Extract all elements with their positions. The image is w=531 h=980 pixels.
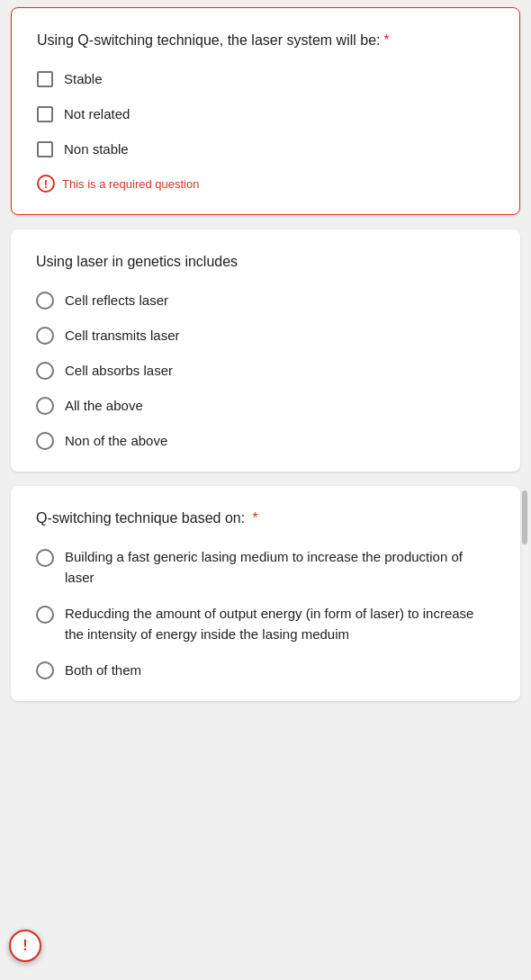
option-building-fast[interactable]: Building a fast generic lasing medium to… bbox=[36, 547, 495, 588]
option-label-both: Both of them bbox=[65, 661, 141, 679]
card-q-switching-stable: Using Q-switching technique, the laser s… bbox=[11, 7, 520, 215]
option-label-cell-reflects: Cell reflects laser bbox=[65, 291, 168, 310]
option-both[interactable]: Both of them bbox=[36, 661, 495, 679]
radio-cell-absorbs[interactable] bbox=[36, 362, 54, 380]
option-cell-absorbs[interactable]: Cell absorbs laser bbox=[36, 361, 495, 380]
option-non-above[interactable]: Non of the above bbox=[36, 431, 495, 450]
error-text-1: This is a required question bbox=[62, 177, 199, 191]
question-title-2: Using laser in genetics includes bbox=[36, 251, 495, 273]
question-title-1: Using Q-switching technique, the laser s… bbox=[37, 30, 494, 51]
radio-cell-transmits[interactable] bbox=[36, 327, 54, 345]
option-label-non-stable: Non stable bbox=[64, 139, 129, 158]
question-text-1: Using Q-switching technique, the laser s… bbox=[37, 32, 381, 48]
checkbox-non-stable[interactable] bbox=[37, 141, 53, 157]
radio-cell-reflects[interactable] bbox=[36, 292, 54, 310]
option-label-building-fast: Building a fast generic lasing medium to… bbox=[65, 547, 495, 588]
question-title-3: Q-switching technique based on: * bbox=[36, 508, 495, 529]
scrollbar[interactable] bbox=[522, 490, 527, 544]
question-text-3: Q-switching technique based on: bbox=[36, 510, 245, 526]
option-non-stable[interactable]: Non stable bbox=[37, 139, 494, 158]
required-star-1: * bbox=[384, 32, 390, 48]
checkbox-stable[interactable] bbox=[37, 71, 53, 87]
alert-fab[interactable]: ! bbox=[9, 930, 41, 962]
error-icon-1: ! bbox=[37, 175, 55, 193]
checkbox-not-related[interactable] bbox=[37, 106, 53, 122]
option-reducding[interactable]: Reducding the amount of output energy (i… bbox=[36, 604, 495, 644]
question-text-2: Using laser in genetics includes bbox=[36, 254, 238, 269]
radio-non-above[interactable] bbox=[36, 432, 54, 450]
radio-all-above[interactable] bbox=[36, 397, 54, 415]
option-cell-reflects[interactable]: Cell reflects laser bbox=[36, 291, 495, 310]
option-label-non-above: Non of the above bbox=[65, 431, 167, 450]
option-label-all-above: All the above bbox=[65, 396, 143, 415]
option-label-cell-absorbs: Cell absorbs laser bbox=[65, 361, 173, 380]
option-all-above[interactable]: All the above bbox=[36, 396, 495, 415]
option-label-not-related: Not related bbox=[64, 104, 130, 123]
radio-both[interactable] bbox=[36, 661, 54, 679]
option-label-stable: Stable bbox=[64, 69, 103, 88]
required-star-3: * bbox=[248, 510, 258, 526]
option-stable[interactable]: Stable bbox=[37, 69, 494, 88]
card-laser-genetics: Using laser in genetics includes Cell re… bbox=[11, 229, 520, 472]
option-label-reducding: Reducding the amount of output energy (i… bbox=[65, 604, 495, 644]
option-label-cell-transmits: Cell transmits laser bbox=[65, 326, 180, 345]
option-not-related[interactable]: Not related bbox=[37, 104, 494, 123]
error-row-1: ! This is a required question bbox=[37, 175, 494, 193]
radio-reducding[interactable] bbox=[36, 606, 54, 624]
radio-building-fast[interactable] bbox=[36, 549, 54, 567]
option-cell-transmits[interactable]: Cell transmits laser bbox=[36, 326, 495, 345]
card-q-switching-based: Q-switching technique based on: * Buildi… bbox=[11, 486, 520, 701]
